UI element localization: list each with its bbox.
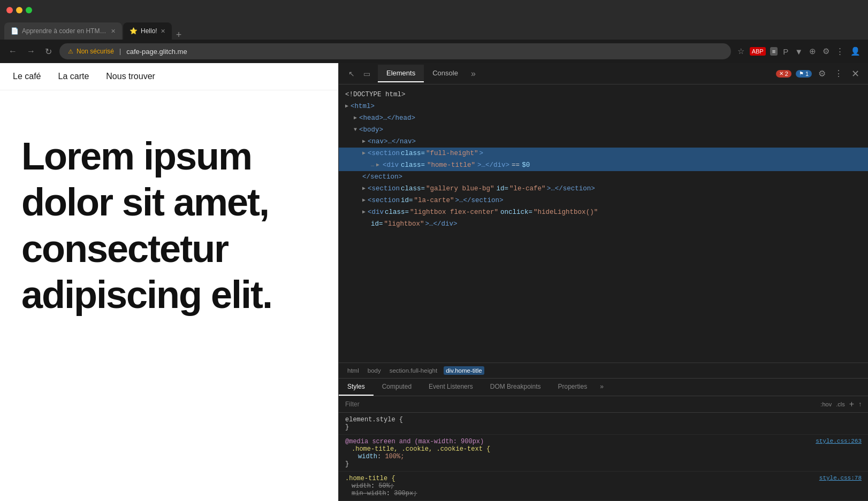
tab-1[interactable]: 📄 Apprendre à coder en HTML, C… ✕ bbox=[4, 22, 122, 40]
nav-item-2[interactable]: La carte bbox=[58, 72, 89, 81]
dom-lightbox-tag: <div bbox=[368, 207, 384, 218]
element-style-selector: element.style { bbox=[345, 416, 403, 423]
minimize-button[interactable] bbox=[16, 7, 22, 13]
st-tab-styles[interactable]: Styles bbox=[339, 379, 374, 396]
tab-favicon: 📄 bbox=[11, 27, 19, 35]
bookmark-icon[interactable]: ☆ bbox=[736, 45, 745, 57]
toolbar-right: ☆ ABP ≡ P ▼ ⊕ ⚙ ⋮ 👤 bbox=[736, 45, 862, 57]
expand-section-icon[interactable]: ▶ bbox=[362, 149, 366, 158]
abp-icon[interactable]: ABP bbox=[750, 47, 766, 56]
site-content: Lorem ipsum dolor sit amet, consectetur … bbox=[0, 90, 338, 361]
profile-icon[interactable]: 👤 bbox=[849, 45, 862, 57]
dom-line-lightbox[interactable]: ▶ <div class="lightbox flex-center" oncl… bbox=[339, 206, 868, 218]
address-input[interactable]: ⚠ Non sécurisé | cafe-page.glitch.me bbox=[59, 43, 731, 59]
tab-label: Hello! bbox=[141, 27, 157, 35]
tab-elements[interactable]: Elements bbox=[378, 65, 424, 82]
non-secure-label: Non sécurisé bbox=[77, 48, 114, 55]
dom-head-tag: <head>…</head> bbox=[359, 113, 415, 124]
maximize-button[interactable] bbox=[26, 7, 32, 13]
refresh-button[interactable]: ↻ bbox=[43, 45, 54, 58]
dom-line-la-carte[interactable]: ▶ <section id="la-carte">…</section> bbox=[339, 195, 868, 206]
css-property-width-strikethrough: width: 50%; bbox=[345, 482, 862, 490]
dom-line-head[interactable]: ▶ <head>…</head> bbox=[339, 112, 868, 124]
nav-item-1[interactable]: Le café bbox=[13, 72, 41, 81]
warning-icon: ⚑ bbox=[799, 71, 804, 76]
styles-more-icon[interactable]: » bbox=[596, 379, 608, 396]
st-tab-events[interactable]: Event Listeners bbox=[420, 379, 482, 396]
dom-body-tag: <body> bbox=[359, 125, 383, 135]
dom-line-nav[interactable]: ▶ <nav>…</nav> bbox=[339, 136, 868, 148]
expand-nav-icon[interactable]: ▶ bbox=[362, 137, 366, 146]
dom-line-section[interactable]: ▶ <section class="full-height"> bbox=[339, 148, 868, 159]
back-button[interactable]: ← bbox=[6, 45, 19, 57]
bc-html[interactable]: html bbox=[345, 366, 361, 375]
traffic-lights bbox=[6, 7, 32, 13]
more-dots-icon[interactable]: ⋮ bbox=[835, 45, 845, 57]
tab-2[interactable]: ⭐ Hello! ✕ bbox=[123, 22, 172, 40]
ext-icon-2[interactable]: P bbox=[782, 46, 789, 57]
dom-line-body[interactable]: ▼ <body> bbox=[339, 124, 868, 136]
dom-doctype: <!DOCTYPE html> bbox=[345, 89, 406, 100]
expand-lightbox-icon[interactable]: ▶ bbox=[362, 208, 366, 217]
dom-line-div-home[interactable]: … ▶ <div class="home-title">…</div> == $… bbox=[339, 159, 868, 171]
ext-icon-4[interactable]: ⊕ bbox=[808, 45, 817, 57]
add-style-button[interactable]: + bbox=[849, 399, 854, 409]
dom-tree[interactable]: <!DOCTYPE html> ▶ <html> ▶ <head>…</head… bbox=[339, 84, 868, 363]
css-rule-media: style.css:263 @media screen and (max-wid… bbox=[339, 435, 868, 472]
address-separator: | bbox=[119, 48, 121, 55]
st-tab-properties[interactable]: Properties bbox=[549, 379, 596, 396]
tab-console[interactable]: Console bbox=[424, 65, 467, 82]
filter-input[interactable] bbox=[345, 400, 816, 408]
css-rule-home-title: style.css:78 .home-title { width: 50%; m… bbox=[339, 472, 868, 501]
ext-icon-1[interactable]: ≡ bbox=[770, 47, 778, 56]
close-button[interactable] bbox=[6, 7, 13, 13]
expand-div-icon[interactable]: ▶ bbox=[376, 161, 379, 169]
expand-html-icon[interactable]: ▶ bbox=[345, 102, 348, 111]
dom-lacarte-tag: <section bbox=[368, 195, 400, 206]
devtools-settings-icon[interactable]: ⚙ bbox=[816, 66, 828, 81]
expand-gallery-icon[interactable]: ▶ bbox=[362, 184, 366, 193]
dom-line-html[interactable]: ▶ <html> bbox=[339, 101, 868, 112]
devtools-header: ↖ ▭ Elements Console » ✕ 2 ⚑ 1 ⚙ ⋮ ✕ bbox=[339, 63, 868, 84]
warning-count: 1 bbox=[805, 71, 809, 77]
nav-item-3[interactable]: Nous trouver bbox=[106, 72, 155, 81]
lock-icon: ⚠ bbox=[68, 48, 73, 55]
tab-close-icon[interactable]: ✕ bbox=[161, 28, 165, 35]
dom-div-tag: <div bbox=[383, 160, 399, 171]
st-tab-dom-breakpoints[interactable]: DOM Breakpoints bbox=[482, 379, 550, 396]
bc-div[interactable]: div.home-title bbox=[444, 366, 484, 375]
hov-pseudo-button[interactable]: :hov bbox=[820, 401, 832, 407]
expand-head-icon[interactable]: ▶ bbox=[354, 114, 357, 122]
tab-close-icon[interactable]: ✕ bbox=[111, 28, 116, 35]
bc-body[interactable]: body bbox=[366, 366, 383, 375]
dom-line-lightbox-id[interactable]: id="lightbox">…</div> bbox=[339, 218, 868, 230]
new-tab-button[interactable]: + bbox=[173, 30, 185, 40]
dom-line-gallery[interactable]: ▶ <section class="gallery blue-bg" id="l… bbox=[339, 183, 868, 195]
dom-line-section-close[interactable]: </section> bbox=[339, 171, 868, 183]
css-property-width-media: width: 100%; bbox=[345, 453, 862, 460]
css-property-min-width-strikethrough: min-width: 300px; bbox=[345, 490, 862, 497]
css-source-263[interactable]: style.css:263 bbox=[816, 438, 862, 444]
devtools-more-icon[interactable]: ⋮ bbox=[832, 66, 845, 81]
styles-tabs: Styles Computed Event Listeners DOM Brea… bbox=[339, 379, 868, 396]
expand-body-icon[interactable]: ▼ bbox=[354, 126, 357, 134]
tab-favicon: ⭐ bbox=[130, 27, 138, 35]
cls-button[interactable]: .cls bbox=[836, 401, 845, 407]
dom-line-doctype[interactable]: <!DOCTYPE html> bbox=[339, 89, 868, 101]
css-source-78[interactable]: style.css:78 bbox=[819, 475, 862, 481]
devtools-icons: ↖ ▭ bbox=[345, 67, 374, 80]
st-tab-computed[interactable]: Computed bbox=[374, 379, 420, 396]
cursor-tool-icon[interactable]: ↖ bbox=[345, 67, 358, 80]
settings-icon[interactable]: ⚙ bbox=[821, 45, 831, 57]
expand-lacarte-icon[interactable]: ▶ bbox=[362, 196, 366, 205]
media-inner-selector: .home-title, .cookie, .cookie-text { bbox=[345, 445, 490, 453]
tabs-bar: 📄 Apprendre à coder en HTML, C… ✕ ⭐ Hell… bbox=[0, 20, 868, 40]
bc-section[interactable]: section.full-height bbox=[387, 366, 440, 375]
main-area: Le café La carte Nous trouver Lorem ipsu… bbox=[0, 63, 868, 501]
ext-icon-3[interactable]: ▼ bbox=[794, 46, 804, 57]
device-tool-icon[interactable]: ▭ bbox=[360, 67, 374, 80]
forward-button[interactable]: → bbox=[25, 45, 37, 57]
devtools-close-icon[interactable]: ✕ bbox=[849, 66, 862, 82]
element-style-closing: } bbox=[345, 423, 349, 431]
more-tabs-icon[interactable]: » bbox=[467, 67, 480, 81]
